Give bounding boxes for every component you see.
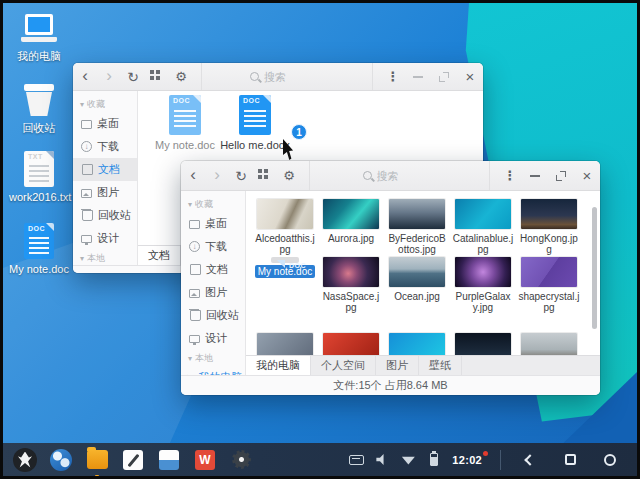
desktop-icon-trash[interactable]: 回收站 [9, 81, 69, 134]
launcher-button[interactable] [13, 448, 37, 472]
sidebar-item-design[interactable]: 设计 [73, 227, 137, 250]
view-grid-button[interactable] [145, 63, 169, 90]
sidebar-item-downloads[interactable]: ↓下载 [181, 235, 245, 258]
back-button[interactable]: ‹ [73, 63, 97, 90]
tab-pictures[interactable]: 图片 [376, 356, 419, 375]
tab-personal-space[interactable]: 个人空间 [311, 356, 376, 375]
sidebar-item-documents[interactable]: 文档 [181, 258, 245, 281]
file-thumbnail-row3[interactable] [450, 333, 516, 355]
file-thumbnail-row3[interactable] [318, 333, 384, 355]
file-purplegalaxy[interactable]: PurpleGalaxy.jpg [450, 257, 516, 313]
file-ocean[interactable]: Ocean.jpg [384, 257, 450, 313]
sidebar-section-local[interactable]: ▾本地 [181, 350, 245, 366]
wifi-icon [402, 455, 415, 465]
file-byfedericobottos[interactable]: ByFedericoBottos.jpg [384, 199, 450, 255]
sidebar-item-pictures[interactable]: 图片 [181, 281, 245, 304]
browser-button[interactable] [49, 448, 73, 472]
refresh-button[interactable]: ↻ [121, 63, 145, 90]
tab-computer[interactable]: 我的电脑 [246, 356, 311, 375]
menu-button[interactable]: ⋮ [381, 63, 405, 90]
search-box[interactable] [309, 161, 490, 190]
sidebar-item-documents[interactable]: 文档 [73, 158, 137, 181]
minimize-icon [413, 76, 423, 78]
settings-button[interactable] [229, 448, 253, 472]
file-aurora[interactable]: Aurora.jpg [318, 199, 384, 255]
refresh-button[interactable]: ↻ [229, 161, 253, 190]
search-input[interactable] [377, 170, 437, 182]
file-my-note-doc-selected[interactable]: DOC My note.doc [252, 257, 318, 313]
maximize-icon [439, 72, 449, 82]
file-shapecrystal[interactable]: shapecrystal.jpg [516, 257, 582, 313]
front-window-file-area[interactable]: Alcedoatthis.jpg Aurora.jpg ByFedericoBo… [246, 191, 600, 355]
wps-office-button[interactable]: W [193, 448, 217, 472]
file-manager-window-computer: ‹ › ↻ ⚙ ⋮ × ▾收藏 桌面 ↓下载 文档 图片 回收站 设计 [181, 161, 600, 395]
file-thumbnail-row3[interactable] [516, 333, 582, 355]
minimize-button[interactable] [522, 161, 548, 190]
forward-button[interactable]: › [205, 161, 229, 190]
close-button[interactable]: × [574, 161, 600, 190]
file-hello-me-docx[interactable]: DOC Hello me.docx [220, 95, 290, 151]
clock[interactable]: 12:02 [452, 454, 486, 466]
maximize-button[interactable] [548, 161, 574, 190]
tab-wallpaper[interactable]: 壁纸 [419, 356, 462, 375]
sidebar-item-design[interactable]: 设计 [181, 327, 245, 350]
sidebar-item-pictures[interactable]: 图片 [73, 181, 137, 204]
front-window-titlebar[interactable]: ‹ › ↻ ⚙ ⋮ × [181, 161, 600, 191]
volume-button[interactable] [374, 452, 390, 468]
input-method-button[interactable] [348, 452, 364, 468]
minimize-button[interactable] [405, 63, 431, 90]
file-thumbnail-row3[interactable] [384, 333, 450, 355]
sidebar-item-desktop[interactable]: 桌面 [181, 212, 245, 235]
desktop-icon-computer[interactable]: 我的电脑 [9, 9, 69, 62]
file-name: Hello me.docx [218, 140, 292, 151]
trash-icon [82, 210, 93, 221]
vertical-scrollbar[interactable] [592, 207, 597, 329]
file-nasaspace[interactable]: NasaSpace.jpg [318, 257, 384, 313]
nav-recent-button[interactable] [595, 448, 625, 472]
file-my-note-doc[interactable]: DOC My note.doc [150, 95, 220, 151]
search-input[interactable] [264, 71, 324, 83]
sidebar-section-favorites[interactable]: ▾收藏 [181, 196, 245, 212]
nav-back-button[interactable] [515, 448, 545, 472]
maximize-button[interactable] [431, 63, 457, 90]
search-box[interactable] [201, 63, 373, 90]
sidebar-section-favorites[interactable]: ▾收藏 [73, 96, 137, 112]
close-button[interactable]: × [457, 63, 483, 90]
file-manager-button[interactable] [85, 448, 109, 472]
sidebar-item-computer[interactable]: ▶我的电脑 [181, 366, 245, 375]
settings-button[interactable]: ⚙ [169, 63, 193, 90]
active-app-indicator [95, 475, 99, 478]
file-alcedoatthis[interactable]: Alcedoatthis.jpg [252, 199, 318, 255]
clock-time: 12:02 [452, 454, 482, 466]
image-thumbnail [521, 333, 577, 355]
desktop-icon-doc-file[interactable]: DOC My note.doc [9, 222, 69, 275]
selection-highlight: DOC [271, 257, 299, 263]
file-thumbnail-row3[interactable] [252, 333, 318, 355]
file-hongkong[interactable]: HongKong.jpg [516, 199, 582, 255]
taskbar-separator [500, 450, 501, 470]
battery-button[interactable] [426, 452, 442, 468]
tab-documents[interactable]: 文档 [138, 246, 181, 265]
desktop-icon-txt-file[interactable]: TXT work2016.txt [9, 150, 69, 203]
mail-button[interactable] [157, 448, 181, 472]
file-catalinablue[interactable]: Catalinablue.jpg [450, 199, 516, 255]
settings-button[interactable]: ⚙ [277, 161, 301, 190]
download-icon: ↓ [81, 141, 92, 152]
home-square-icon [565, 454, 576, 465]
wifi-button[interactable] [400, 452, 416, 468]
sidebar-section-local[interactable]: ▾本地 [73, 250, 137, 265]
design-icon [189, 335, 200, 343]
back-window-titlebar[interactable]: ‹ › ↻ ⚙ ⋮ × [73, 63, 483, 91]
forward-button[interactable]: › [97, 63, 121, 90]
notes-button[interactable] [121, 448, 145, 472]
sidebar-item-downloads[interactable]: ↓下载 [73, 135, 137, 158]
menu-button[interactable]: ⋮ [498, 161, 522, 190]
image-thumbnail [455, 257, 511, 287]
image-thumbnail [389, 257, 445, 287]
view-grid-button[interactable] [253, 161, 277, 190]
sidebar-item-trash[interactable]: 回收站 [181, 304, 245, 327]
sidebar-item-desktop[interactable]: 桌面 [73, 112, 137, 135]
nav-home-button[interactable] [555, 448, 585, 472]
sidebar-item-trash[interactable]: 回收站 [73, 204, 137, 227]
back-button[interactable]: ‹ [181, 161, 205, 190]
